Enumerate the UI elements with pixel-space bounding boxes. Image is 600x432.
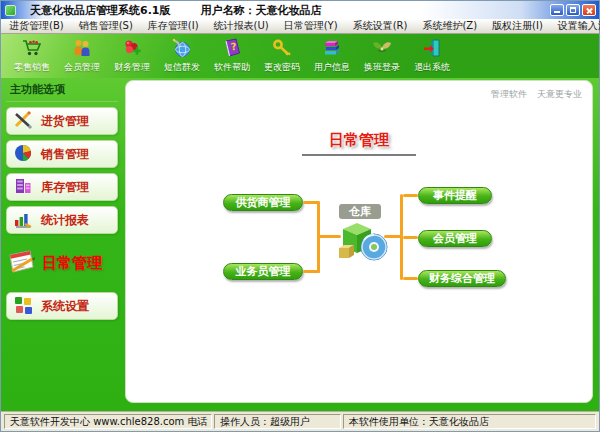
- sidebar-item-settings[interactable]: 系统设置: [6, 292, 118, 320]
- slogan-part1: 管理软件: [491, 88, 527, 101]
- content-area: 主功能选项 进货管理 销售管理 库存管理: [1, 78, 599, 411]
- toolbar-user-info[interactable]: 用户信息: [307, 36, 357, 74]
- books-stack-icon: [320, 36, 344, 60]
- stock-cabinet-icon: [12, 175, 34, 200]
- sidebar-item-label: 系统设置: [41, 298, 89, 315]
- sms-globe-icon: [170, 36, 194, 60]
- diagram-node-supplier-mgmt[interactable]: 供货商管理: [223, 194, 303, 211]
- menu-daily[interactable]: 日常管理(Y): [284, 19, 338, 33]
- restore-icon: [570, 7, 576, 13]
- toolbar-label: 更改密码: [264, 61, 300, 74]
- blocks-icon: [12, 294, 34, 319]
- title-underline: [302, 154, 416, 156]
- sidebar-item-sales[interactable]: 销售管理: [6, 140, 118, 168]
- toolbar-label: 短信群发: [164, 61, 200, 74]
- slogan: 管理软件 天意更专业: [491, 88, 582, 101]
- finance-icon: [120, 36, 144, 60]
- toolbar-label: 零售销售: [14, 61, 50, 74]
- connector-line: [403, 277, 418, 280]
- menu-reports[interactable]: 统计报表(U): [214, 19, 269, 33]
- toolbar-label: 会员管理: [64, 61, 100, 74]
- diagram-node-finance-mgmt[interactable]: 财务综合管理: [418, 270, 506, 287]
- sidebar-item-stock[interactable]: 库存管理: [6, 173, 118, 201]
- warehouse-label: 仓库: [339, 204, 381, 219]
- close-button[interactable]: [582, 4, 596, 16]
- cart-icon: [20, 36, 44, 60]
- report-chart-icon: [12, 208, 34, 233]
- slogan-part2: 天意更专业: [537, 88, 582, 101]
- sidebar-item-label: 销售管理: [41, 146, 89, 163]
- toolbar-software-help[interactable]: ? 软件帮助: [207, 36, 257, 74]
- key-icon: [270, 36, 294, 60]
- toolbar-label: 退出系统: [414, 61, 450, 74]
- toolbar: 零售销售 会员管理 财务管理 短信群发 ? 软件帮助: [1, 34, 599, 78]
- app-icon: [5, 5, 16, 16]
- window-controls: [550, 4, 596, 16]
- diagram-node-event-reminder[interactable]: 事件提醒: [418, 187, 492, 204]
- sidebar-header: 主功能选项: [6, 81, 118, 102]
- toolbar-change-password[interactable]: 更改密码: [257, 36, 307, 74]
- menu-register[interactable]: 版权注册(I): [492, 19, 543, 33]
- menu-sales[interactable]: 销售管理(S): [79, 19, 133, 33]
- menu-stock[interactable]: 库存管理(I): [148, 19, 199, 33]
- connector-line: [403, 236, 418, 239]
- sidebar: 主功能选项 进货管理 销售管理 库存管理: [1, 78, 125, 411]
- sidebar-item-daily[interactable]: 日常管理: [6, 239, 118, 287]
- sidebar-item-label: 库存管理: [41, 179, 89, 196]
- app-window: 天意化妆品店管理系统6.1版 用户名称：天意化妆品店 进货管理(B) 销售管理(…: [0, 0, 600, 432]
- pie-chart-icon: [12, 142, 34, 167]
- calendar-pencil-icon: [6, 245, 38, 281]
- main-panel: 管理软件 天意更专业 日常管理 供货商管理 业务员管理 事件提醒 会员管理 财务…: [125, 80, 593, 403]
- status-bar: 天意软件开发中心 www.chle828.com 电话：0635-7987985…: [1, 411, 599, 431]
- restore-button[interactable]: [566, 4, 580, 16]
- minimize-button[interactable]: [550, 4, 564, 16]
- toolbar-shift-login[interactable]: 换班登录: [357, 36, 407, 74]
- toolbar-label: 用户信息: [314, 61, 350, 74]
- toolbar-finance-mgmt[interactable]: 财务管理: [107, 36, 157, 74]
- diagram-node-salesman-mgmt[interactable]: 业务员管理: [223, 263, 303, 280]
- toolbar-sms-broadcast[interactable]: 短信群发: [157, 36, 207, 74]
- exit-door-icon: [420, 36, 444, 60]
- toolbar-label: 软件帮助: [214, 61, 250, 74]
- toolbar-member-mgmt[interactable]: 会员管理: [57, 36, 107, 74]
- sidebar-item-label: 统计报表: [41, 212, 89, 229]
- minimize-icon: [554, 11, 560, 13]
- connector-line: [403, 194, 418, 197]
- toolbar-retail-sale[interactable]: 零售销售: [7, 36, 57, 74]
- title-bar: 天意化妆品店管理系统6.1版 用户名称：天意化妆品店: [1, 1, 599, 19]
- toolbar-label: 换班登录: [364, 61, 400, 74]
- sidebar-item-reports[interactable]: 统计报表: [6, 206, 118, 234]
- members-icon: [70, 36, 94, 60]
- menu-bar: 进货管理(B) 销售管理(S) 库存管理(I) 统计报表(U) 日常管理(Y) …: [1, 19, 599, 34]
- diagram-node-member-mgmt[interactable]: 会员管理: [418, 230, 492, 247]
- handshake-icon: [370, 36, 394, 60]
- sidebar-item-purchase[interactable]: 进货管理: [6, 107, 118, 135]
- menu-maintenance[interactable]: 系统维护(Z): [422, 19, 477, 33]
- help-book-icon: ?: [220, 36, 244, 60]
- menu-purchase[interactable]: 进货管理(B): [9, 19, 64, 33]
- sidebar-item-label: 进货管理: [41, 113, 89, 130]
- menu-input-method[interactable]: 设置输入法(Z): [558, 19, 600, 33]
- toolbar-exit-system[interactable]: 退出系统: [407, 36, 457, 74]
- status-company: 本软件使用单位：天意化妆品店: [343, 414, 596, 429]
- status-operator: 操作人员：超级用户: [214, 414, 341, 429]
- window-user-label: 用户名称：天意化妆品店: [201, 3, 322, 18]
- warehouse-box-cd-icon: [335, 217, 389, 263]
- sidebar-item-label: 日常管理: [42, 254, 102, 273]
- menu-settings[interactable]: 系统设置(R): [353, 19, 408, 33]
- purchase-tools-icon: [12, 109, 34, 134]
- window-title: 天意化妆品店管理系统6.1版: [30, 3, 171, 18]
- toolbar-label: 财务管理: [114, 61, 150, 74]
- page-title: 日常管理: [126, 131, 592, 150]
- status-dev-info: 天意软件开发中心 www.chle828.com 电话：0635-7987985…: [4, 414, 212, 429]
